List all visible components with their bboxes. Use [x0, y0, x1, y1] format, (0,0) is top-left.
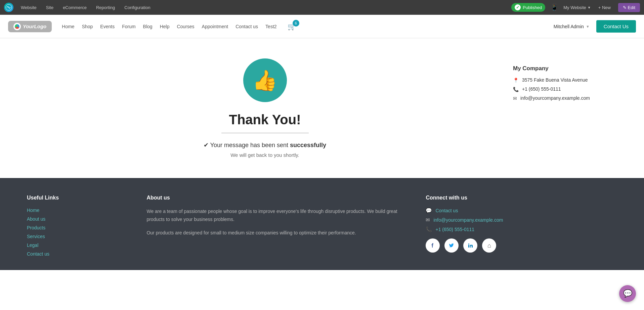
- message-bold: successfully: [290, 142, 326, 148]
- footer-link-products[interactable]: Products: [27, 225, 133, 230]
- sub-message: We will get back to you shortly.: [230, 152, 299, 158]
- connect-phone-icon: 📞: [426, 226, 432, 232]
- website-nav: YourLogo Home Shop Events Forum Blog Hel…: [0, 15, 644, 38]
- connect-email-link[interactable]: info@yourcompany.example.com: [433, 217, 503, 223]
- reporting-menu[interactable]: Reporting: [94, 4, 117, 11]
- nav-blog[interactable]: Blog: [143, 24, 153, 29]
- footer-about-title: About us: [146, 195, 412, 201]
- contact-phone: 📞 +1 (650) 555-0111: [513, 86, 607, 92]
- footer: Useful Links Home About us Products Serv…: [0, 178, 644, 270]
- main-content: 👍 Thank You! ✔ Your message has been sen…: [0, 38, 644, 178]
- linkedin-icon[interactable]: [463, 238, 477, 253]
- company-name: My Company: [513, 65, 607, 72]
- nav-appointment[interactable]: Appointment: [202, 24, 228, 29]
- cart-button[interactable]: 🛒 6: [288, 23, 296, 31]
- email-text: info@yourcompany.example.com: [520, 95, 590, 101]
- nav-links: Home Shop Events Forum Blog Help Courses…: [62, 23, 550, 31]
- configuration-menu[interactable]: Configuration: [122, 4, 152, 11]
- published-label: Published: [523, 5, 542, 10]
- connect-phone-link[interactable]: +1 (650) 555-0111: [435, 227, 474, 232]
- contact-address: 📍 3575 Fake Buena Vista Avenue: [513, 77, 607, 83]
- my-website-dropdown[interactable]: My Website ▼: [563, 5, 591, 10]
- contact-us-button[interactable]: Contact Us: [596, 20, 636, 33]
- nav-forum[interactable]: Forum: [122, 24, 135, 29]
- footer-about-text2: Our products are designed for small to m…: [146, 229, 412, 237]
- email-icon: ✉: [513, 96, 517, 101]
- success-message: ✔ Your message has been sent successfull…: [204, 141, 326, 149]
- admin-bar: Website Site eCommerce Reporting Configu…: [0, 0, 644, 15]
- phone-icon: 📞: [513, 87, 519, 92]
- footer-useful-links: Useful Links Home About us Products Serv…: [27, 195, 133, 260]
- connect-contact-link[interactable]: Contact us: [435, 208, 458, 213]
- connect-contact: 💬 Contact us: [426, 208, 617, 214]
- cart-badge: 6: [293, 20, 299, 27]
- edit-button[interactable]: ✎ Edit: [618, 3, 640, 12]
- thank-you-title: Thank You!: [229, 112, 301, 127]
- footer-about: About us We are a team of passionate peo…: [146, 195, 412, 260]
- divider: [221, 133, 309, 133]
- user-name: Mitchell Admin: [554, 24, 584, 29]
- thumbs-up-icon: 👍: [252, 69, 277, 92]
- mobile-view-icon[interactable]: 📱: [551, 4, 558, 11]
- nav-contact-us[interactable]: Contact us: [235, 24, 258, 29]
- connect-title: Connect with us: [426, 195, 617, 201]
- nav-shop[interactable]: Shop: [82, 24, 93, 29]
- contact-sidebar: My Company 📍 3575 Fake Buena Vista Avenu…: [503, 52, 617, 165]
- website-menu[interactable]: Website: [19, 4, 39, 11]
- published-toggle[interactable]: ✓ Published: [511, 3, 545, 12]
- footer-about-text1: We are a team of passionate people whose…: [146, 208, 412, 224]
- thank-you-section: 👍 Thank You! ✔ Your message has been sen…: [27, 52, 503, 165]
- footer-link-about[interactable]: About us: [27, 216, 133, 222]
- site-menu[interactable]: Site: [44, 4, 55, 11]
- thumbs-up-circle: 👍: [243, 58, 287, 102]
- nav-home[interactable]: Home: [62, 24, 74, 29]
- logo[interactable]: YourLogo: [8, 21, 52, 32]
- ecommerce-menu[interactable]: eCommerce: [61, 4, 89, 11]
- user-dropdown-arrow: ▼: [586, 25, 590, 29]
- social-icons: ⌂: [426, 238, 617, 253]
- odoo-logo[interactable]: [4, 3, 13, 12]
- chat-icon: 💬: [426, 208, 432, 214]
- message-prefix: Your message has been sent: [210, 142, 290, 148]
- connect-email-icon: ✉: [426, 217, 430, 223]
- footer-link-contact[interactable]: Contact us: [27, 251, 133, 257]
- footer-link-services[interactable]: Services: [27, 234, 133, 239]
- new-button[interactable]: + New: [596, 4, 613, 11]
- nav-courses[interactable]: Courses: [177, 24, 194, 29]
- contact-email: ✉ info@yourcompany.example.com: [513, 95, 607, 101]
- nav-help[interactable]: Help: [160, 24, 170, 29]
- phone-text: +1 (650) 555-0111: [522, 86, 561, 92]
- logo-text: YourLogo: [23, 24, 46, 29]
- footer-link-legal[interactable]: Legal: [27, 242, 133, 248]
- toggle-checkmark: ✓: [515, 4, 521, 10]
- address-text: 3575 Fake Buena Vista Avenue: [522, 77, 588, 83]
- useful-links-title: Useful Links: [27, 195, 133, 201]
- user-dropdown[interactable]: Mitchell Admin ▼: [554, 24, 590, 29]
- nav-events[interactable]: Events: [100, 24, 115, 29]
- connect-email: ✉ info@yourcompany.example.com: [426, 217, 617, 223]
- connect-phone: 📞 +1 (650) 555-0111: [426, 226, 617, 232]
- twitter-icon[interactable]: [444, 238, 459, 253]
- checkmark-icon: ✔: [204, 142, 209, 148]
- footer-link-home[interactable]: Home: [27, 208, 133, 213]
- nav-test2[interactable]: Test2: [265, 24, 276, 29]
- facebook-icon[interactable]: [426, 238, 440, 253]
- location-icon: 📍: [513, 78, 519, 83]
- home-icon[interactable]: ⌂: [482, 238, 496, 253]
- footer-connect: Connect with us 💬 Contact us ✉ info@your…: [426, 195, 617, 260]
- odoo-icon: [4, 3, 13, 12]
